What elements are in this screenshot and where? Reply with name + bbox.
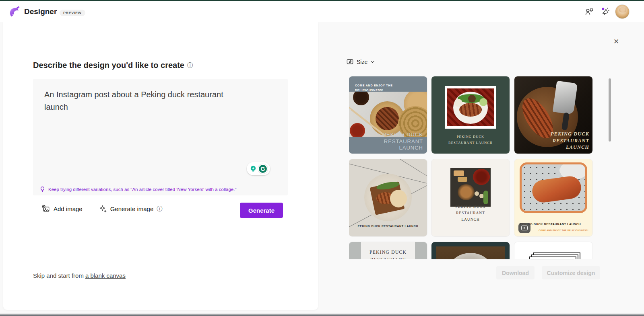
add-image-button[interactable]: Add image bbox=[42, 205, 83, 213]
design-thumbnail-7[interactable]: PEKING DUCK RESTAURANT LAUNCH bbox=[349, 242, 427, 259]
window-bottom-edge bbox=[0, 314, 644, 316]
generate-image-label: Generate image bbox=[110, 205, 154, 212]
thumbnail-subtitle: COME AND ENJOY THE DELICIOUSNESS! bbox=[539, 229, 588, 232]
design-thumbnail-6[interactable]: PEKING DUCK RESTAURANT LAUNCH COME AND E… bbox=[514, 159, 592, 236]
grammarly-g-icon: G bbox=[258, 164, 268, 174]
design-thumbnail-4[interactable]: PEKING DUCK RESTAURANT LAUNCH bbox=[349, 159, 427, 236]
prompt-input-value[interactable]: An Instagram post about a Peking duck re… bbox=[44, 88, 246, 113]
thumbnail-photo bbox=[436, 246, 505, 259]
design-thumbnail-1[interactable]: COME AND ENJOY THE DELICIOUSNESS! PEKING… bbox=[349, 76, 427, 154]
preview-badge: PREVIEW bbox=[60, 10, 85, 16]
app-title: Designer bbox=[24, 7, 57, 16]
prompt-tip-text: Keep trying different variations, such a… bbox=[48, 187, 236, 192]
thumbnail-photo bbox=[364, 174, 412, 221]
thumbnail-photo bbox=[349, 92, 427, 137]
size-dropdown[interactable]: Size bbox=[346, 58, 375, 66]
design-thumbnail-3[interactable]: PEKING DUCK RESTAURANT LAUNCH bbox=[514, 76, 592, 154]
window-top-edge bbox=[0, 0, 644, 1]
video-play-icon bbox=[518, 223, 530, 233]
sparkle-icon bbox=[99, 205, 107, 213]
thumbnail-title: PEKING DUCK RESTAURANT LAUNCH bbox=[444, 134, 497, 146]
prompt-tip: Keep trying different variations, such a… bbox=[39, 186, 236, 192]
close-icon[interactable]: ✕ bbox=[611, 36, 621, 47]
thumbnail-title: PEKING DUCK RESTAURANT LAUNCH bbox=[536, 131, 589, 150]
design-results-grid: COME AND ENJOY THE DELICIOUSNESS! PEKING… bbox=[349, 76, 593, 259]
thumbnail-photo bbox=[450, 168, 491, 207]
size-icon bbox=[346, 58, 354, 66]
designer-app-window: Designer PREVIEW Describe the design you… bbox=[0, 0, 644, 316]
thumbnail-photo bbox=[445, 86, 496, 129]
prompt-heading-text: Describe the design you'd like to create bbox=[33, 61, 184, 70]
generate-image-info-icon[interactable]: ⓘ bbox=[157, 205, 162, 213]
design-thumbnail-2[interactable]: PEKING DUCK RESTAURANT LAUNCH bbox=[431, 76, 510, 154]
size-label: Size bbox=[357, 59, 367, 65]
thumbnail-photo bbox=[520, 162, 587, 213]
page-title: Describe the design you'd like to create… bbox=[33, 61, 193, 70]
thumbnail-title: PEKING DUCK RESTAURANT LAUNCH bbox=[362, 248, 414, 259]
add-image-label: Add image bbox=[54, 205, 83, 212]
results-scrollbar[interactable] bbox=[609, 78, 611, 142]
design-thumbnail-5[interactable]: PEKING DUCK RESTAURANT LAUNCH bbox=[431, 159, 510, 236]
design-thumbnail-8[interactable] bbox=[431, 242, 510, 259]
heading-info-icon[interactable]: ⓘ bbox=[187, 62, 193, 68]
thumbnail-title: PEKING DUCK RESTAURANT LAUNCH bbox=[375, 131, 423, 151]
customize-design-button[interactable]: Customize design bbox=[542, 266, 600, 279]
user-avatar[interactable] bbox=[615, 4, 630, 19]
skip-prefix-text: Skip and start from bbox=[33, 272, 84, 279]
thumbnail-title: PEKING DUCK RESTAURANT LAUNCH bbox=[446, 203, 495, 223]
feedback-icon[interactable] bbox=[584, 7, 594, 16]
generate-image-button[interactable]: Generate image ⓘ bbox=[99, 205, 163, 213]
skip-row: Skip and start froma blank canvas bbox=[33, 272, 126, 279]
download-button[interactable]: Download bbox=[496, 266, 535, 279]
chevron-down-icon bbox=[370, 60, 375, 63]
whats-new-megaphone-icon[interactable] bbox=[601, 7, 610, 16]
prompt-toolbar: Add image Generate image ⓘ Generate bbox=[33, 200, 288, 218]
app-header: Designer PREVIEW bbox=[0, 1, 644, 22]
thumbnail-title: PEKING DUCK RESTAURANT LAUNCH bbox=[349, 225, 427, 228]
add-image-icon bbox=[42, 205, 50, 213]
designer-logo-icon[interactable] bbox=[8, 5, 21, 18]
grammarly-widget[interactable]: G bbox=[247, 162, 270, 175]
prompt-input[interactable]: An Instagram post about a Peking duck re… bbox=[33, 79, 288, 195]
generate-button[interactable]: Generate bbox=[240, 203, 283, 218]
lightbulb-icon bbox=[39, 186, 45, 192]
grammarly-suggestion-icon bbox=[249, 165, 257, 173]
blank-canvas-link[interactable]: a blank canvas bbox=[85, 272, 126, 279]
design-thumbnail-9[interactable] bbox=[514, 242, 592, 259]
